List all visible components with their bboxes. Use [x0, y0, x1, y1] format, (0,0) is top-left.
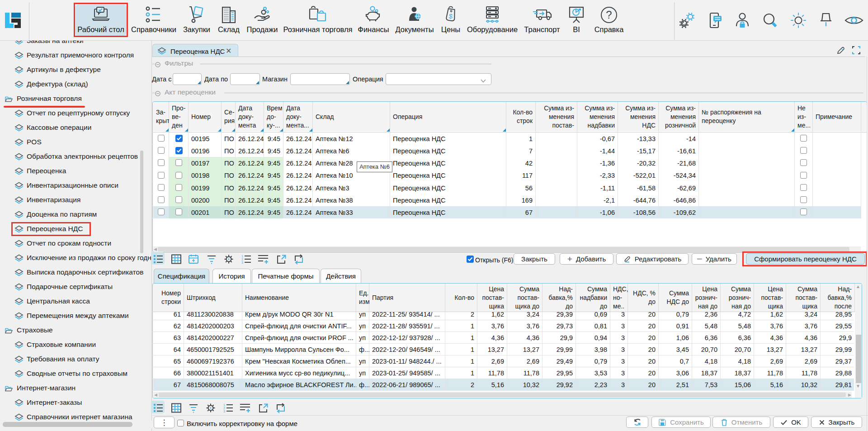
svg-text:1: 1	[223, 403, 225, 407]
svg-text:2: 2	[223, 407, 225, 410]
svg-text:?: ?	[606, 9, 612, 21]
svg-text:2: 2	[241, 258, 243, 261]
svg-text:1: 1	[241, 255, 243, 258]
svg-text:$: $	[448, 12, 453, 20]
svg-text:3: 3	[223, 410, 225, 413]
svg-text:3: 3	[241, 261, 243, 264]
